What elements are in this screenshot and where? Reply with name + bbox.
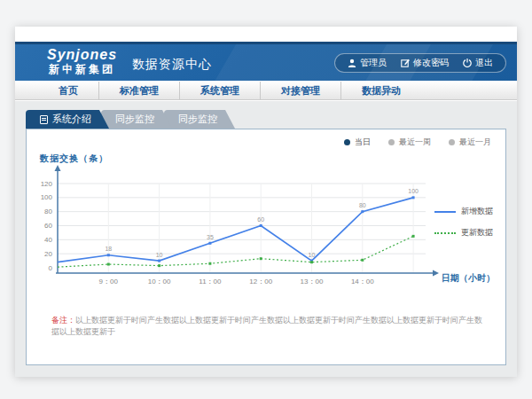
tab-label: 系统介绍 xyxy=(52,110,91,129)
radio-icon xyxy=(344,139,350,145)
logout-button[interactable]: 退出 xyxy=(463,57,493,69)
footnote-prefix: 备注： xyxy=(51,316,75,325)
svg-text:11：00: 11：00 xyxy=(199,278,222,286)
change-password-button[interactable]: 修改密码 xyxy=(401,57,449,69)
radio-icon xyxy=(388,139,395,145)
tab-bar: 系统介绍 同步监控 同步监控 xyxy=(26,110,227,129)
page-title: 数据资源中心 xyxy=(132,57,212,73)
range-option-today[interactable]: 当日 xyxy=(344,137,371,148)
y-axis-title: 数据交换（条） xyxy=(40,153,108,165)
svg-text:35: 35 xyxy=(207,234,214,240)
legend-line-dotted xyxy=(434,232,456,234)
chart-legend: 新增数据 更新数据 xyxy=(434,206,493,239)
svg-text:13：00: 13：00 xyxy=(301,278,324,286)
current-user-label: 管理员 xyxy=(360,57,387,69)
range-option-label: 最近一月 xyxy=(459,137,491,148)
legend-line-solid xyxy=(434,211,456,213)
brand-logo: Synjones 新中新集团 xyxy=(47,47,117,76)
svg-text:20: 20 xyxy=(44,250,52,258)
tab-sync-monitor-1[interactable]: 同步监控 xyxy=(101,110,172,129)
user-icon xyxy=(348,59,356,67)
nav-item-standards[interactable]: 标准管理 xyxy=(98,82,179,99)
tab-system-intro[interactable]: 系统介绍 xyxy=(26,110,109,129)
footnote: 备注：以上数据更新于时间产生数据以上数据更新于时间产生数据以上数据更新于时间产生… xyxy=(51,315,488,338)
nav-item-integration[interactable]: 对接管理 xyxy=(260,82,340,99)
svg-text:0: 0 xyxy=(49,264,53,272)
brand-logo-subtext: 新中新集团 xyxy=(47,63,117,76)
tab-label: 同步监控 xyxy=(178,110,217,129)
svg-text:100: 100 xyxy=(408,188,419,194)
legend-label: 更新数据 xyxy=(461,227,493,239)
legend-item-update-data[interactable]: 更新数据 xyxy=(434,227,493,239)
range-option-last-month[interactable]: 最近一月 xyxy=(449,137,491,148)
svg-text:60: 60 xyxy=(257,216,264,223)
range-option-last-week[interactable]: 最近一周 xyxy=(388,137,431,148)
document-icon xyxy=(40,115,48,124)
svg-text:80: 80 xyxy=(44,207,52,215)
nav-item-home[interactable]: 首页 xyxy=(38,82,98,99)
power-icon xyxy=(463,59,472,67)
footnote-text: 以上数据更新于时间产生数据以上数据更新于时间产生数据以上数据更新于时间产生数据以… xyxy=(51,316,482,336)
svg-text:40: 40 xyxy=(44,236,52,244)
svg-text:9：00: 9：00 xyxy=(99,278,119,286)
time-range-selector: 当日 最近一周 最近一月 xyxy=(344,137,491,148)
range-option-label: 最近一周 xyxy=(399,137,431,148)
user-toolbar: 管理员 修改密码 退出 xyxy=(334,53,506,73)
brand-logo-text: Synjones xyxy=(47,47,117,63)
svg-text:10：00: 10：00 xyxy=(148,278,171,286)
nav-item-system[interactable]: 系统管理 xyxy=(179,82,260,99)
current-user-button[interactable]: 管理员 xyxy=(348,57,387,69)
legend-item-new-data[interactable]: 新增数据 xyxy=(434,206,493,217)
svg-text:日期（小时）: 日期（小时） xyxy=(442,273,495,283)
app-header: Synjones 新中新集团 数据资源中心 管理员 修改密码 退出 xyxy=(15,42,517,81)
svg-text:10: 10 xyxy=(156,252,163,258)
app-window: Synjones 新中新集团 数据资源中心 管理员 修改密码 退出 xyxy=(15,27,517,377)
svg-text:18: 18 xyxy=(105,246,112,252)
svg-text:12：00: 12：00 xyxy=(249,278,272,286)
line-chart: 0204060801001209：0010：0011：0012：0013：001… xyxy=(27,165,505,289)
content-area: 系统介绍 同步监控 同步监控 当日 最近一周 xyxy=(15,101,517,377)
edit-icon xyxy=(401,59,410,67)
svg-text:80: 80 xyxy=(359,202,366,208)
tab-label: 同步监控 xyxy=(115,110,154,129)
main-nav: 首页 标准管理 系统管理 对接管理 数据异动 xyxy=(15,81,517,100)
nav-item-data-changes[interactable]: 数据异动 xyxy=(340,82,421,99)
svg-text:120: 120 xyxy=(41,180,53,188)
svg-text:100: 100 xyxy=(41,193,53,201)
range-option-label: 当日 xyxy=(355,137,371,148)
change-password-label: 修改密码 xyxy=(413,57,449,69)
radio-icon xyxy=(449,139,455,145)
svg-text:14：00: 14：00 xyxy=(351,278,374,286)
tab-sync-monitor-2[interactable]: 同步监控 xyxy=(164,110,235,129)
legend-label: 新增数据 xyxy=(461,206,493,217)
svg-text:10: 10 xyxy=(309,252,316,258)
svg-text:60: 60 xyxy=(44,222,52,230)
logout-label: 退出 xyxy=(475,57,493,69)
chart-panel: 当日 最近一周 最近一月 数据交换（条） 0204060801001209：00… xyxy=(26,129,506,365)
